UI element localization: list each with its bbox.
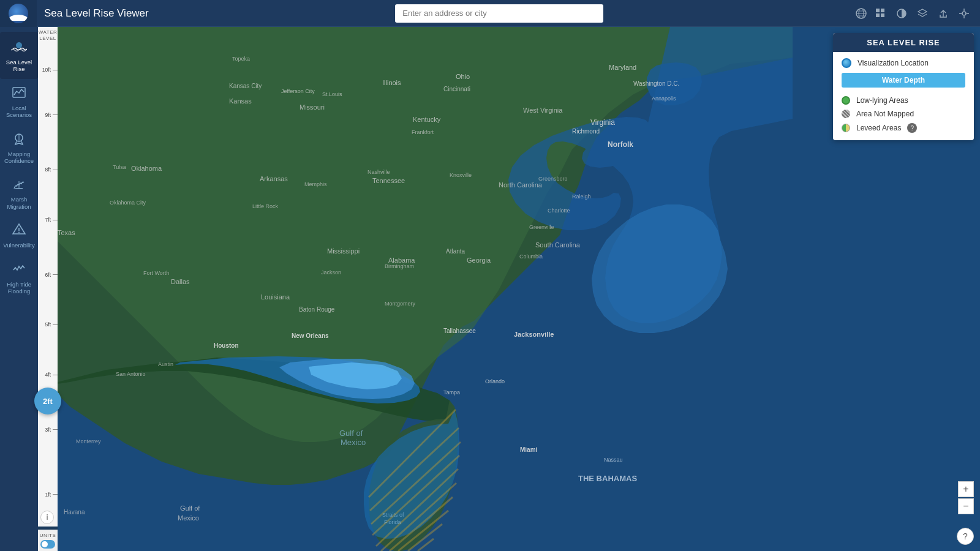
svg-text:Jackson: Jackson: [321, 269, 341, 276]
header-controls: [872, 5, 973, 22]
sidebar-label-high-tide-flooding: High Tide Flooding: [2, 281, 36, 295]
svg-text:Little Rock: Little Rock: [252, 203, 279, 209]
svg-text:Oklahoma City: Oklahoma City: [110, 200, 146, 206]
svg-text:Annapolis: Annapolis: [652, 96, 676, 102]
slider-handle[interactable]: 2ft: [34, 388, 61, 414]
legend-row-leveed-areas: Leveed Areas ?: [842, 123, 965, 133]
svg-text:Georgia: Georgia: [467, 257, 491, 264]
zoom-in-button[interactable]: +: [958, 481, 974, 497]
svg-point-25: [18, 232, 20, 233]
svg-text:West Virginia: West Virginia: [523, 107, 563, 114]
mapping-confidence-icon: [12, 131, 26, 148]
legend-title: SEA LEVEL RISE: [833, 33, 974, 52]
low-lying-label: Low-lying Areas: [856, 96, 908, 105]
svg-text:Cincinnati: Cincinnati: [443, 86, 470, 92]
location-icon-button[interactable]: [956, 5, 973, 22]
sea-level-rise-icon: [11, 38, 27, 56]
svg-text:Montgomery: Montgomery: [385, 301, 416, 307]
layers-icon-button[interactable]: [914, 5, 931, 22]
svg-text:Straits of: Straits of: [382, 512, 404, 518]
svg-text:Gulf of: Gulf of: [180, 504, 200, 512]
svg-text:Topeka: Topeka: [232, 56, 250, 62]
svg-text:Fort Worth: Fort Worth: [143, 270, 169, 276]
svg-text:Birmingham: Birmingham: [385, 263, 414, 269]
tick-9ft: 9ft: [38, 112, 58, 118]
svg-rect-5: [876, 9, 880, 12]
legend-row-low-lying: Low-lying Areas: [842, 96, 965, 105]
viz-location-icon: [842, 58, 851, 68]
sidebar-item-sea-level-rise[interactable]: Sea Level Rise: [0, 32, 38, 79]
info-button[interactable]: i: [40, 511, 54, 524]
tick-1ft: 1ft: [38, 492, 58, 498]
tick-4ft: 4ft: [38, 372, 58, 378]
svg-text:Austin: Austin: [158, 361, 173, 367]
svg-text:Ohio: Ohio: [456, 73, 470, 80]
search-container: [149, 4, 850, 23]
share-icon-button[interactable]: [935, 5, 952, 22]
help-button[interactable]: ?: [957, 528, 974, 545]
svg-text:Havana: Havana: [64, 509, 85, 515]
svg-text:Tampa: Tampa: [443, 389, 460, 395]
sidebar-item-marsh-migration[interactable]: Marsh Migration: [0, 170, 38, 216]
svg-text:Illinois: Illinois: [382, 79, 401, 86]
svg-text:North Carolina: North Carolina: [499, 181, 543, 189]
sidebar-label-vulnerability: Vulnerability: [3, 242, 34, 249]
svg-marker-10: [918, 9, 927, 14]
units-toggle[interactable]: [40, 540, 55, 549]
legend-body: Visualization Location Water Depth Low-l…: [833, 52, 974, 140]
svg-text:Kentucky: Kentucky: [413, 116, 441, 123]
svg-text:THE BAHAMAS: THE BAHAMAS: [578, 474, 637, 483]
marsh-migration-icon: [12, 176, 26, 193]
svg-text:Miami: Miami: [520, 446, 538, 453]
svg-text:Jefferson City: Jefferson City: [281, 88, 315, 94]
search-input[interactable]: [395, 4, 603, 23]
svg-text:Atlanta: Atlanta: [446, 248, 466, 255]
water-depth-button[interactable]: Water Depth: [842, 73, 965, 88]
svg-text:St.Louis: St.Louis: [322, 91, 342, 97]
app-header: Sea Level Rise Viewer: [0, 0, 980, 27]
svg-text:Louisiana: Louisiana: [261, 293, 290, 301]
svg-rect-7: [876, 13, 880, 17]
svg-point-12: [962, 12, 966, 15]
left-sidebar: Sea Level Rise Local Scenarios Mapping C…: [0, 27, 38, 551]
globe-button[interactable]: [850, 2, 872, 24]
svg-text:Monterrey: Monterrey: [76, 438, 101, 444]
units-section: UNITS: [38, 530, 58, 551]
svg-text:Kansas: Kansas: [229, 97, 252, 105]
svg-text:Dallas: Dallas: [171, 278, 190, 285]
svg-text:Columbia: Columbia: [519, 253, 543, 260]
area-not-mapped-icon: [842, 110, 850, 118]
svg-text:Greensboro: Greensboro: [538, 176, 568, 182]
noaa-logo: [9, 4, 28, 23]
svg-text:Orlando: Orlando: [485, 378, 505, 384]
svg-text:Memphis: Memphis: [304, 181, 327, 187]
area-not-mapped-label: Area Not Mapped: [856, 110, 914, 118]
legend-row-viz-location: Visualization Location: [842, 58, 965, 68]
sidebar-item-mapping-confidence[interactable]: Mapping Confidence: [0, 125, 38, 171]
scale-label: WATERLEVEL: [38, 27, 58, 41]
leveed-areas-help-button[interactable]: ?: [907, 123, 917, 133]
high-tide-flooding-icon: [12, 261, 26, 279]
svg-text:Tennessee: Tennessee: [372, 177, 405, 184]
svg-text:Gulf of: Gulf of: [339, 429, 363, 438]
svg-rect-6: [881, 9, 884, 12]
svg-text:Nashville: Nashville: [368, 169, 390, 175]
viz-location-label: Visualization Location: [858, 59, 929, 67]
svg-text:Raleigh: Raleigh: [572, 193, 591, 200]
grid-icon-button[interactable]: [872, 5, 889, 22]
logo-area: [0, 0, 37, 27]
svg-text:Mexico: Mexico: [341, 438, 366, 447]
svg-text:Tulsa: Tulsa: [113, 164, 126, 170]
sidebar-item-high-tide-flooding[interactable]: High Tide Flooding: [0, 255, 38, 301]
sidebar-label-local-scenarios: Local Scenarios: [2, 105, 36, 119]
contrast-icon-button[interactable]: [893, 5, 910, 22]
svg-text:Mexico: Mexico: [178, 514, 199, 522]
info-icon: i: [47, 513, 48, 522]
leveed-areas-icon: [842, 124, 850, 132]
zoom-out-button[interactable]: −: [958, 498, 974, 514]
sidebar-item-vulnerability[interactable]: Vulnerability: [0, 216, 38, 255]
sidebar-label-marsh-migration: Marsh Migration: [2, 196, 36, 210]
sidebar-item-local-scenarios[interactable]: Local Scenarios: [0, 79, 38, 125]
svg-text:San Antonio: San Antonio: [116, 371, 146, 377]
svg-text:Kansas City: Kansas City: [229, 83, 262, 89]
